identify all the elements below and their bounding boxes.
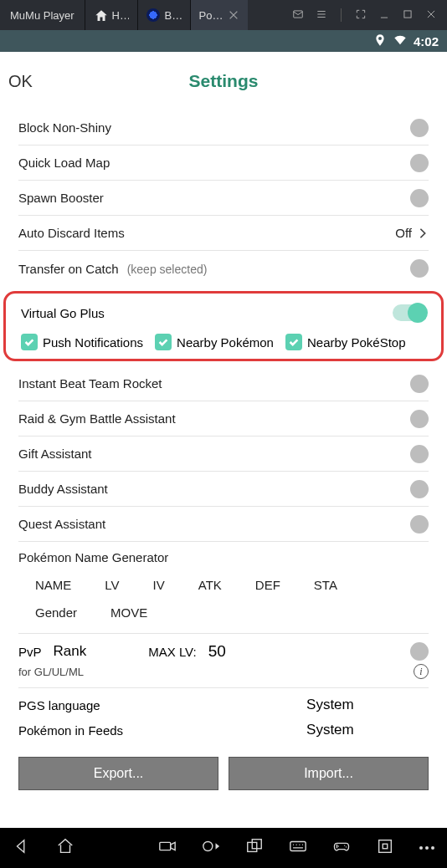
row-name-generator[interactable]: Pokémon Name Generator [18, 542, 429, 564]
toggle-off-icon[interactable] [410, 480, 429, 498]
row-transfer-on-catch[interactable]: Transfer on Catch (keep selected) [18, 251, 429, 286]
check-icon [155, 334, 172, 350]
row-label: Spawn Booster [18, 191, 410, 205]
row-label: Pokémon Name Generator [18, 550, 168, 564]
android-statusbar: 4:02 [0, 30, 447, 52]
svg-rect-8 [383, 844, 388, 849]
close-icon[interactable] [425, 8, 437, 23]
export-button[interactable]: Export... [18, 757, 218, 790]
app-header: OK Settings [0, 52, 447, 110]
multi-window-icon[interactable] [245, 837, 264, 859]
check-icon [21, 334, 38, 350]
row-virtual-go-plus[interactable]: Virtual Go Plus [21, 299, 426, 327]
emulator-window-controls [282, 0, 447, 30]
blue-circle-icon [146, 8, 160, 22]
back-icon[interactable] [13, 837, 31, 859]
row-value: System [232, 722, 429, 738]
row-auto-discard[interactable]: Auto Discard ItemsOff [18, 216, 429, 251]
button-label: Import... [304, 766, 353, 781]
checkbox-label: Nearby Pokémon [177, 335, 274, 350]
row-pvp[interactable]: PvP Rank MAX LV: 50 [18, 634, 429, 661]
tab-active[interactable]: Po… [190, 0, 249, 30]
checkbox-nearby-pokestop[interactable]: Nearby PokéStop [285, 334, 406, 350]
mail-icon[interactable] [292, 8, 304, 23]
toggle-off-icon[interactable] [410, 410, 429, 428]
row-label: Virtual Go Plus [21, 306, 393, 320]
close-icon[interactable] [228, 9, 239, 21]
row-block-nonshiny[interactable]: Block Non-Shiny [18, 110, 429, 146]
row-raid-gym-assistant[interactable]: Raid & Gym Battle Assistant [18, 401, 429, 437]
fullscreen-icon[interactable] [355, 8, 367, 23]
row-quest-assistant[interactable]: Quest Assistant [18, 507, 429, 542]
row-spawn-booster[interactable]: Spawn Booster [18, 181, 429, 216]
play-settings-icon[interactable] [202, 837, 220, 859]
checkbox-nearby-pokemon[interactable]: Nearby Pokémon [155, 334, 274, 350]
check-icon [285, 334, 302, 350]
pvp-maxlv-label: MAX LV: [148, 645, 197, 659]
keyboard-icon[interactable] [289, 837, 307, 859]
toggle-off-icon[interactable] [410, 259, 429, 278]
checkbox-label: Nearby PokéStop [307, 335, 406, 350]
row-instant-beat-rocket[interactable]: Instant Beat Team Rocket [18, 366, 429, 401]
maximize-icon[interactable] [402, 8, 414, 23]
col-lv[interactable]: LV [88, 571, 136, 599]
tab-label: H… [112, 9, 129, 22]
button-label: Export... [94, 766, 144, 781]
virtual-go-plus-block: Virtual Go Plus Push Notifications Nearb… [3, 291, 444, 361]
tab-home[interactable]: H… [85, 0, 137, 30]
checkbox-push-notifications[interactable]: Push Notifications [21, 334, 143, 350]
pvp-label: PvP [18, 645, 42, 659]
phone-screen: 4:02 OK Settings Skip Cutscenes Block No… [0, 30, 447, 828]
row-label: Block Non-Shiny [18, 120, 410, 135]
record-icon[interactable] [158, 837, 177, 859]
screenshot-icon[interactable] [376, 837, 394, 859]
col-def[interactable]: DEF [239, 571, 297, 599]
pvp-rank-label: Rank [54, 643, 87, 660]
row-value: System [232, 697, 429, 713]
row-sublabel: (keep selected) [127, 263, 208, 276]
row-pgs-language[interactable]: PGS languageSystem [18, 688, 429, 722]
col-move[interactable]: MOVE [94, 599, 164, 626]
svg-point-3 [203, 842, 213, 851]
row-quick-load-map[interactable]: Quick Load Map [18, 146, 429, 181]
tab-label: B… [165, 9, 182, 22]
col-atk[interactable]: ATK [182, 571, 239, 599]
row-buddy-assistant[interactable]: Buddy Assistant [18, 472, 429, 507]
svg-rect-1 [404, 10, 411, 17]
toggle-off-icon[interactable] [410, 642, 429, 661]
toggle-off-icon[interactable] [410, 154, 429, 172]
toggle-off-icon[interactable] [410, 445, 429, 463]
home-icon[interactable] [56, 837, 74, 859]
col-name[interactable]: NAME [18, 571, 88, 599]
page-title: Settings [0, 71, 447, 91]
row-value: Off [395, 226, 412, 240]
col-gender[interactable]: Gender [18, 599, 94, 626]
tab-bluecircle[interactable]: B… [137, 0, 190, 30]
row-label: Auto Discard Items [18, 226, 395, 240]
checkbox-label: Push Notifications [43, 335, 143, 350]
gamepad-icon[interactable] [332, 837, 351, 859]
row-gift-assistant[interactable]: Gift Assistant [18, 437, 429, 472]
toggle-off-icon[interactable] [410, 375, 429, 393]
menu-icon[interactable] [316, 8, 327, 23]
chevron-right-icon [417, 227, 429, 239]
import-button[interactable]: Import... [229, 757, 429, 790]
minimize-icon[interactable] [378, 8, 390, 23]
toggle-off-icon[interactable] [410, 119, 429, 137]
row-pvp-sub: for GL/UL/ML i [18, 661, 429, 688]
row-label: Raid & Gym Battle Assistant [18, 411, 410, 426]
toggle-off-icon[interactable] [410, 515, 429, 534]
col-sta[interactable]: STA [297, 571, 354, 599]
row-pokemon-in-feeds[interactable]: Pokémon in FeedsSystem [18, 722, 429, 747]
toggle-on-icon[interactable] [393, 304, 426, 321]
info-icon[interactable]: i [414, 664, 429, 679]
svg-rect-2 [160, 842, 171, 850]
toggle-off-icon[interactable] [410, 189, 429, 207]
more-icon[interactable] [419, 846, 434, 850]
emulator-name: MuMu Player [0, 0, 85, 30]
settings-list[interactable]: Skip Cutscenes Block Non-Shiny Quick Loa… [0, 110, 447, 828]
col-iv[interactable]: IV [136, 571, 182, 599]
row-label: Quick Load Map [18, 156, 410, 170]
emulator-name-text: MuMu Player [10, 9, 74, 22]
ok-button[interactable]: OK [8, 72, 33, 91]
